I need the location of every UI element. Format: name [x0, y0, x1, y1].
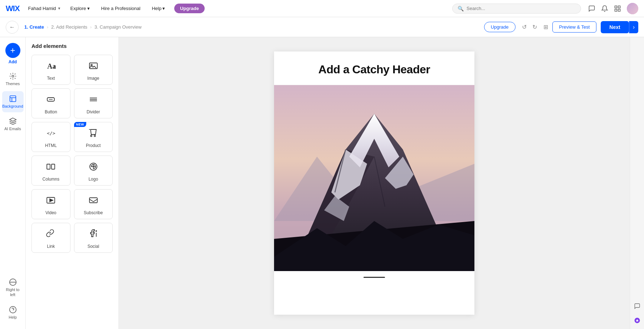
explore-chevron-icon: ▾ [87, 6, 90, 11]
ai-emails-icon [9, 117, 17, 125]
email-image-block[interactable] [274, 85, 474, 271]
element-card-button[interactable]: Button [31, 88, 70, 118]
html-element-icon: </> [46, 128, 56, 140]
svg-marker-25 [50, 199, 53, 202]
element-card-html[interactable]: </> HTML [31, 122, 70, 152]
element-card-columns[interactable]: Columns [31, 156, 70, 186]
breadcrumb-arrow-1: › [47, 25, 48, 30]
email-header-block[interactable]: Add a Catchy Header [274, 51, 474, 85]
email-header-text: Add a Catchy Header [288, 63, 460, 76]
sidebar-item-themes[interactable]: Themes [2, 69, 24, 90]
element-card-image[interactable]: Image [74, 55, 113, 85]
layout-toggle-button[interactable]: ⊞ [543, 24, 548, 30]
next-button[interactable]: Next [601, 21, 629, 33]
subscribe-element-label: Subscribe [84, 210, 103, 215]
themes-label: Themes [6, 82, 20, 86]
social-element-icon [88, 229, 98, 241]
grid-icon[interactable] [614, 5, 621, 12]
add-button[interactable]: + [5, 43, 20, 58]
sidebar-item-background[interactable]: Background [2, 91, 24, 112]
redo-button[interactable]: ↻ [530, 22, 539, 32]
help-sidebar-label: Help [9, 315, 17, 320]
notifications-icon[interactable] [601, 5, 608, 12]
help-link[interactable]: Help ▾ [150, 4, 167, 13]
svg-rect-21 [47, 164, 50, 169]
footer-bar [364, 277, 385, 278]
left-sidebar: + Add Themes Background AI Emails Right … [0, 37, 26, 329]
element-card-social[interactable]: Social [74, 223, 113, 253]
search-input[interactable] [467, 6, 576, 11]
svg-rect-3 [618, 9, 620, 11]
upgrade-nav-button[interactable]: Upgrade [174, 4, 205, 13]
element-card-text[interactable]: Aa Text [31, 55, 70, 85]
button-element-label: Button [45, 109, 57, 114]
explore-link[interactable]: Explore ▾ [68, 4, 92, 13]
upgrade-workflow-button[interactable]: Upgrade [484, 22, 516, 32]
search-icon: 🔍 [458, 6, 464, 11]
next-dropdown-button[interactable]: › [629, 21, 638, 33]
svg-text:</>: </> [47, 131, 55, 136]
breadcrumb-step-1[interactable]: 1. Create [24, 24, 44, 30]
themes-icon [9, 72, 17, 80]
svg-rect-0 [615, 6, 617, 8]
element-card-logo[interactable]: Logo [74, 156, 113, 186]
breadcrumb-step-3[interactable]: 3. Campaign Overview [94, 24, 142, 30]
svg-point-5 [12, 75, 14, 77]
search-bar[interactable]: 🔍 [452, 4, 581, 14]
breadcrumb-step-3-label: 3. Campaign Overview [94, 24, 142, 30]
element-card-product[interactable]: NEW Product [74, 122, 113, 152]
next-button-group: Next › [601, 21, 638, 33]
columns-element-icon [46, 162, 56, 174]
elements-panel: Add elements Aa Text Image [26, 37, 119, 329]
element-card-video[interactable]: Video [31, 189, 70, 219]
wix-logo: WIX [6, 4, 20, 13]
messages-icon[interactable] [588, 5, 595, 12]
product-element-label: Product [86, 143, 101, 148]
logo-element-icon [88, 162, 98, 174]
html-element-label: HTML [45, 143, 57, 148]
email-canvas: Add a Catchy Header [274, 51, 474, 315]
background-label: Background [2, 104, 23, 109]
breadcrumb-step-2[interactable]: 2. Add Recipients [51, 24, 87, 30]
chat-tool-button[interactable] [631, 300, 643, 312]
undo-redo-group: ↺ ↻ [520, 22, 539, 32]
svg-rect-1 [618, 6, 620, 8]
text-element-icon: Aa [46, 61, 56, 73]
image-element-icon [88, 61, 98, 73]
social-element-label: Social [87, 244, 99, 249]
avatar[interactable] [627, 3, 638, 14]
hire-professional-label: Hire a Professional [101, 6, 141, 11]
element-card-link[interactable]: Link [31, 223, 70, 253]
email-footer-line [274, 271, 474, 284]
nav-icons-group [588, 3, 638, 14]
sidebar-item-help[interactable]: Help [2, 302, 24, 323]
logo-element-label: Logo [88, 177, 98, 182]
mountain-image [274, 85, 474, 271]
undo-button[interactable]: ↺ [520, 22, 529, 32]
breadcrumb-arrow-2: › [90, 25, 92, 30]
divider-element-icon [88, 94, 98, 107]
rtl-label: Right to left [4, 288, 21, 297]
video-element-icon [46, 195, 56, 207]
text-element-label: Text [47, 76, 55, 81]
sparkle-tool-button[interactable] [631, 315, 643, 326]
svg-rect-2 [615, 9, 617, 11]
element-card-divider[interactable]: Divider [74, 88, 113, 118]
back-button[interactable]: ← [6, 21, 19, 34]
workflow-actions: Upgrade ↺ ↻ ⊞ Preview & Test Next › [484, 21, 638, 33]
preview-test-button[interactable]: Preview & Test [552, 21, 597, 33]
columns-element-label: Columns [43, 177, 59, 182]
link-element-label: Link [47, 244, 55, 249]
elements-grid: Aa Text Image Button [31, 55, 113, 253]
svg-rect-6 [10, 96, 16, 102]
hire-professional-link[interactable]: Hire a Professional [99, 4, 143, 13]
element-card-subscribe[interactable]: Subscribe [74, 189, 113, 219]
user-menu[interactable]: Fahad Hamid ▼ [28, 6, 61, 11]
sidebar-item-ai-emails[interactable]: AI Emails [2, 114, 24, 135]
user-name: Fahad Hamid [28, 6, 56, 11]
sidebar-item-rtl[interactable]: Right to left [2, 275, 24, 300]
help-sidebar-icon [9, 306, 17, 314]
right-tools-panel [630, 37, 644, 329]
rtl-icon [9, 278, 17, 286]
svg-point-27 [96, 230, 97, 232]
